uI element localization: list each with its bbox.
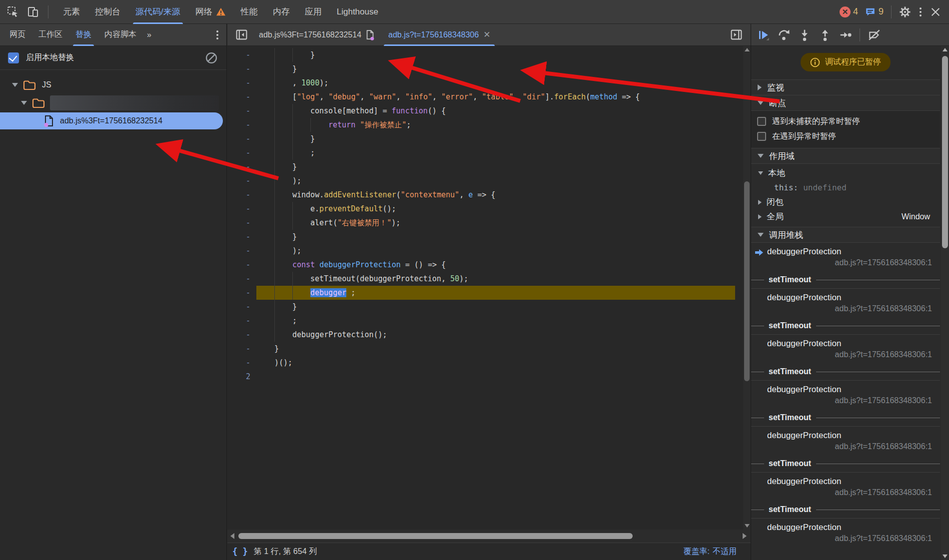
code-line[interactable]: -}: [227, 342, 743, 356]
topbar-tab[interactable]: 控制台: [87, 0, 128, 24]
step-icon[interactable]: [839, 28, 852, 41]
deactivate-breakpoints-icon[interactable]: [868, 28, 882, 41]
error-counter[interactable]: ✕ 4: [840, 6, 858, 17]
code-editor[interactable]: -}-}-, 1000);-["log", "debug", "warn", "…: [227, 46, 751, 530]
tree-item-js-folder[interactable]: JS: [0, 76, 226, 94]
code-line[interactable]: -const debuggerProtection = () => {: [227, 258, 743, 272]
coverage-status[interactable]: 覆盖率: 不适用: [684, 547, 737, 557]
topbar-tab[interactable]: 源代码/来源: [128, 0, 188, 24]
code-line[interactable]: 2: [227, 370, 743, 384]
code-line[interactable]: -);: [227, 174, 743, 188]
gutter-marker[interactable]: -: [227, 104, 256, 118]
chevron-down-icon[interactable]: [758, 171, 763, 175]
topbar-tab[interactable]: 性能: [233, 0, 265, 24]
editor-horizontal-scrollbar[interactable]: [227, 530, 751, 543]
pretty-print-icon[interactable]: { }: [232, 547, 248, 557]
topbar-tab[interactable]: 元素: [55, 0, 87, 24]
call-stack-frame[interactable]: debuggerProtectionadb.js?t=1756168348306…: [751, 243, 940, 271]
gutter-marker[interactable]: -: [227, 356, 256, 370]
scroll-right-icon[interactable]: [743, 533, 747, 539]
editor-tab-override-file[interactable]: adb.js%3Ft=1756168232514: [252, 24, 381, 46]
vertical-scrollbar-thumb[interactable]: [744, 181, 750, 381]
section-watch[interactable]: 监视: [751, 79, 940, 95]
close-tab-icon[interactable]: ✕: [483, 30, 490, 39]
scope-local[interactable]: 本地: [751, 166, 940, 180]
overrides-checkbox-checked[interactable]: [8, 52, 19, 63]
horizontal-scrollbar-thumb[interactable]: [238, 533, 633, 539]
code-line[interactable]: -}: [227, 160, 743, 174]
code-line[interactable]: -}: [227, 230, 743, 244]
gutter-marker[interactable]: -: [227, 62, 256, 76]
code-line[interactable]: -console[method] = function() {: [227, 104, 743, 118]
gutter-marker[interactable]: 2: [227, 370, 256, 384]
gutter-marker[interactable]: -: [227, 272, 256, 286]
gutter-marker[interactable]: -: [227, 146, 256, 160]
scroll-down-icon[interactable]: [745, 524, 750, 528]
checkbox-unchecked[interactable]: [757, 132, 766, 141]
hide-navigator-icon[interactable]: [231, 26, 252, 43]
more-tabs-chevron[interactable]: »: [143, 30, 154, 39]
scroll-up-icon[interactable]: [745, 48, 750, 51]
call-stack-frame[interactable]: debuggerProtectionadb.js?t=1756168348306…: [751, 427, 940, 455]
gutter-marker[interactable]: -: [227, 230, 256, 244]
topbar-tab[interactable]: 网络: [188, 0, 233, 24]
breakpoint-option[interactable]: 在遇到异常时暂停: [751, 129, 940, 144]
navigator-kebab-icon[interactable]: [214, 28, 220, 41]
issues-counter[interactable]: 9: [865, 6, 884, 17]
gutter-marker[interactable]: -: [227, 314, 256, 328]
sidebar-scrollbar[interactable]: [941, 46, 949, 560]
more-options-kebab-icon[interactable]: [918, 5, 924, 18]
call-stack-frame[interactable]: debuggerProtectionadb.js?t=1756168348306…: [751, 473, 940, 501]
tree-item-domain-folder[interactable]: [0, 94, 226, 112]
gutter-marker[interactable]: -: [227, 188, 256, 202]
code-line[interactable]: -);: [227, 244, 743, 258]
section-call-stack[interactable]: 调用堆栈: [751, 227, 940, 242]
vertical-scrollbar-thumb[interactable]: [942, 56, 948, 248]
section-scope[interactable]: 作用域: [751, 148, 940, 163]
gutter-marker[interactable]: -: [227, 76, 256, 90]
call-stack-frame[interactable]: debuggerProtectionadb.js?t=1756168348306…: [751, 381, 940, 409]
chevron-down-icon[interactable]: [758, 101, 764, 105]
code-line[interactable]: -, 1000);: [227, 76, 743, 90]
call-stack-frame[interactable]: debuggerProtectionadb.js?t=1756168348306…: [751, 289, 940, 317]
chevron-down-icon[interactable]: [758, 154, 764, 158]
code-line[interactable]: -setTimeout(debuggerProtection, 50);: [227, 272, 743, 286]
checkbox-unchecked[interactable]: [757, 117, 766, 126]
topbar-tab[interactable]: Lighthouse: [329, 0, 386, 24]
call-stack-frame[interactable]: debuggerProtectionadb.js?t=1756168348306…: [751, 335, 940, 363]
code-line[interactable]: -;: [227, 146, 743, 160]
gutter-marker[interactable]: -: [227, 118, 256, 132]
editor-vertical-scrollbar[interactable]: [743, 46, 751, 530]
close-devtools-icon[interactable]: [930, 6, 941, 17]
gutter-marker[interactable]: -: [227, 300, 256, 314]
scope-this-row[interactable]: this: undefined: [751, 180, 940, 195]
gutter-marker[interactable]: -: [227, 258, 256, 272]
step-out-icon[interactable]: [819, 28, 832, 41]
scope-closure[interactable]: 闭包: [751, 195, 940, 209]
gutter-marker[interactable]: -: [227, 328, 256, 342]
code-line[interactable]: -window.addEventListener("contextmenu", …: [227, 188, 743, 202]
scroll-down-icon[interactable]: [943, 555, 948, 558]
inspect-element-icon[interactable]: [7, 6, 19, 18]
code-line[interactable]: -}: [227, 132, 743, 146]
show-debugger-sidebar-icon[interactable]: [726, 26, 747, 43]
code-line[interactable]: -)();: [227, 356, 743, 370]
gutter-marker[interactable]: -: [227, 342, 256, 356]
step-over-icon[interactable]: [778, 28, 791, 41]
code-line[interactable]: -;: [227, 314, 743, 328]
navigator-tab[interactable]: 工作区: [32, 24, 69, 46]
scope-global[interactable]: 全局 Window: [751, 209, 940, 224]
code-line[interactable]: -}: [227, 48, 743, 62]
gutter-marker[interactable]: -: [227, 48, 256, 62]
call-stack-frame[interactable]: debuggerProtectionadb.js?t=1756168348306…: [751, 519, 940, 547]
step-into-icon[interactable]: [798, 28, 811, 41]
gutter-marker[interactable]: -: [227, 286, 256, 300]
toggle-device-toolbar-icon[interactable]: [27, 6, 39, 18]
chevron-right-icon[interactable]: [758, 200, 762, 205]
code-line[interactable]: -}: [227, 62, 743, 76]
section-breakpoints[interactable]: 断点: [751, 95, 940, 110]
chevron-down-icon[interactable]: [758, 233, 764, 237]
navigator-tab[interactable]: 网页: [3, 24, 32, 46]
code-line[interactable]: -debuggerProtection();: [227, 328, 743, 342]
code-line[interactable]: -e.preventDefault();: [227, 202, 743, 216]
